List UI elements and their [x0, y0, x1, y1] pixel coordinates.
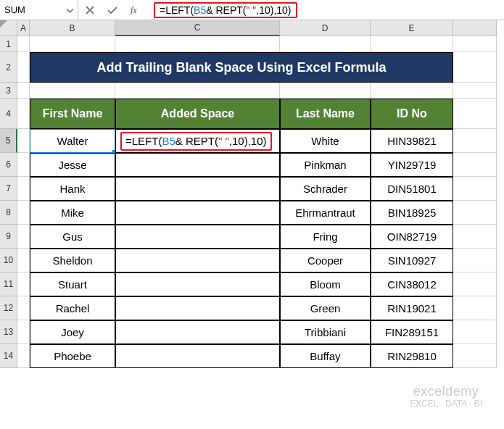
cell-id[interactable]: DIN51801 [371, 177, 453, 201]
row-header[interactable]: 10 [0, 249, 17, 272]
cell-last[interactable]: Cooper [280, 249, 371, 272]
fx-icon[interactable]: fx [131, 5, 144, 15]
cell-last[interactable]: Ehrmantraut [280, 201, 371, 225]
row-header[interactable]: 1 [0, 36, 17, 52]
col-header[interactable]: A [17, 20, 30, 36]
cell-id[interactable]: RIN19021 [371, 296, 453, 320]
cell-added[interactable] [115, 201, 280, 225]
enter-icon[interactable] [107, 6, 117, 14]
cell[interactable] [17, 201, 30, 225]
col-header[interactable]: E [371, 20, 453, 36]
cell-id[interactable]: OIN82719 [371, 225, 453, 249]
row-header[interactable]: 9 [0, 225, 17, 249]
cell[interactable] [17, 225, 30, 249]
table-header[interactable]: Last Name [280, 99, 371, 129]
row-header[interactable]: 3 [0, 83, 17, 99]
cancel-icon[interactable] [86, 6, 94, 14]
cell[interactable] [453, 249, 497, 272]
cell[interactable] [17, 320, 30, 344]
col-header[interactable]: D [280, 20, 371, 36]
cell[interactable] [280, 83, 371, 99]
cell[interactable] [17, 177, 30, 201]
cell-id[interactable]: YIN29719 [371, 153, 453, 177]
cell[interactable] [280, 36, 371, 52]
cell[interactable] [17, 344, 30, 368]
cell[interactable] [453, 201, 497, 225]
cell[interactable] [453, 344, 497, 368]
cell[interactable] [17, 129, 30, 153]
cell-last[interactable]: Pinkman [280, 153, 371, 177]
cell-first[interactable]: Rachel [30, 296, 115, 320]
cell[interactable] [17, 52, 30, 83]
cell-last[interactable]: Schrader [280, 177, 371, 201]
cell-first[interactable]: Phoebe [30, 344, 115, 368]
cell[interactable] [453, 99, 497, 129]
col-header[interactable]: C [115, 20, 280, 36]
cell-id[interactable]: HIN39821 [371, 129, 453, 153]
cell-added[interactable] [115, 272, 280, 296]
cell-first[interactable]: Gus [30, 225, 115, 249]
cell[interactable] [115, 36, 280, 52]
cell-added[interactable] [115, 249, 280, 272]
cell-last[interactable]: Bloom [280, 272, 371, 296]
cell[interactable] [30, 83, 115, 99]
cell-first[interactable]: Sheldon [30, 249, 115, 272]
cell-id[interactable]: RIN29810 [371, 344, 453, 368]
cell-last[interactable]: Buffay [280, 344, 371, 368]
row-header[interactable]: 12 [0, 296, 17, 320]
cell[interactable] [453, 225, 497, 249]
cell[interactable] [453, 272, 497, 296]
active-cell[interactable]: =LEFT(B5 & REPT(" ",10),10) [115, 129, 280, 153]
cell[interactable] [17, 83, 30, 99]
cell[interactable] [453, 52, 497, 83]
cell-last[interactable]: Fring [280, 225, 371, 249]
cell-first[interactable]: Walter [30, 129, 115, 153]
row-header[interactable]: 4 [0, 99, 17, 129]
cell[interactable] [453, 36, 497, 52]
cell-last[interactable]: Tribbiani [280, 320, 371, 344]
cell[interactable] [371, 83, 453, 99]
row-header[interactable]: 8 [0, 201, 17, 225]
cell[interactable] [17, 249, 30, 272]
cell-added[interactable] [115, 225, 280, 249]
chevron-down-icon[interactable] [67, 4, 73, 15]
cell-first[interactable]: Stuart [30, 272, 115, 296]
cell-first[interactable]: Joey [30, 320, 115, 344]
cell[interactable] [17, 153, 30, 177]
cell-id[interactable]: BIN18925 [371, 201, 453, 225]
cell-added[interactable] [115, 344, 280, 368]
cell[interactable] [17, 272, 30, 296]
cell-added[interactable] [115, 320, 280, 344]
cell-last[interactable]: White [280, 129, 371, 153]
cell[interactable] [453, 177, 497, 201]
cell-first[interactable]: Mike [30, 201, 115, 225]
cell[interactable] [453, 296, 497, 320]
cell-id[interactable]: CIN38012 [371, 272, 453, 296]
cell[interactable] [115, 83, 280, 99]
cell[interactable] [453, 320, 497, 344]
table-header[interactable]: ID No [371, 99, 453, 129]
title-cell[interactable]: Add Trailing Blank Space Using Excel For… [30, 52, 453, 83]
cell-id[interactable]: FIN289151 [371, 320, 453, 344]
cell-added[interactable] [115, 296, 280, 320]
formula-input[interactable]: =LEFT(B5 & REPT(" ",10),10) [151, 0, 504, 20]
cell-last[interactable]: Green [280, 296, 371, 320]
row-header[interactable]: 6 [0, 153, 17, 177]
cell[interactable] [17, 99, 30, 129]
col-header[interactable] [453, 20, 497, 36]
table-header[interactable]: Added Space [115, 99, 280, 129]
row-header[interactable]: 5 [0, 129, 17, 153]
cell[interactable] [17, 296, 30, 320]
cell[interactable] [30, 36, 115, 52]
cell[interactable] [453, 129, 497, 153]
name-box[interactable]: SUM [0, 0, 78, 20]
cell-first[interactable]: Jesse [30, 153, 115, 177]
cell-added[interactable] [115, 153, 280, 177]
row-header[interactable]: 2 [0, 52, 17, 83]
select-all-cell[interactable] [0, 20, 17, 36]
cell-added[interactable] [115, 177, 280, 201]
cell-id[interactable]: SIN10927 [371, 249, 453, 272]
cell[interactable] [17, 36, 30, 52]
cell[interactable] [371, 36, 453, 52]
row-header[interactable]: 7 [0, 177, 17, 201]
